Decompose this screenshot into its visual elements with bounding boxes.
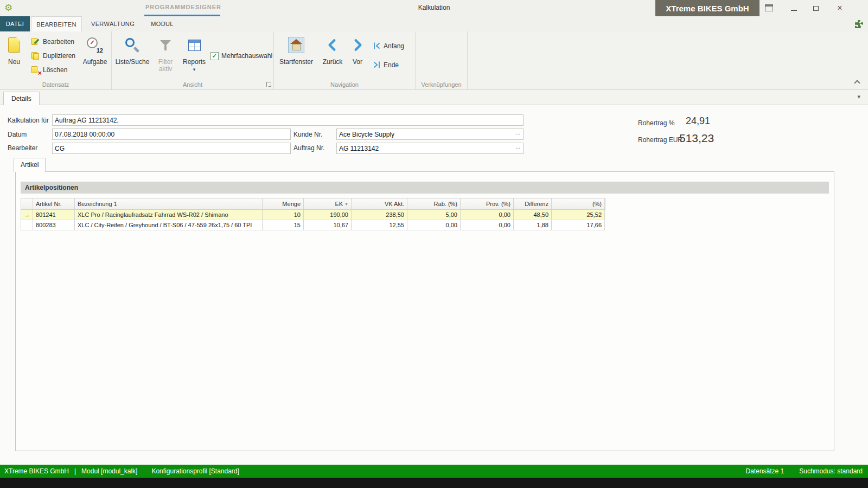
vor-button[interactable]: Vor: [348, 34, 367, 66]
row-marker-cell: →: [21, 210, 33, 220]
liste-suche-button[interactable]: Liste/Suche: [115, 34, 150, 66]
column-header-menge[interactable]: Menge: [263, 198, 304, 209]
column-header-artikel_nr[interactable]: Artikel Nr.: [33, 198, 75, 209]
cell-differenz: 1,88: [514, 220, 552, 230]
kalkulation-fuer-input[interactable]: [52, 114, 524, 126]
zurueck-button[interactable]: Zurück: [321, 34, 344, 66]
ende-button[interactable]: Ende: [373, 61, 399, 69]
search-icon: [124, 37, 141, 53]
group-label-navigation: Navigation: [274, 81, 415, 88]
app-gear-icon[interactable]: ⚙: [4, 2, 12, 14]
app-window: ⚙ PROGRAMMDESIGNER Kalkulation XTreme BI…: [0, 0, 868, 488]
filter-label-line2: aktiv: [159, 65, 173, 73]
auftrag-nr-input[interactable]: [336, 143, 524, 154]
reports-button[interactable]: Reports ▾: [180, 34, 208, 73]
column-header-ek[interactable]: EK▼: [304, 198, 352, 209]
liste-suche-label: Liste/Suche: [115, 59, 150, 66]
neu-label: Neu: [3, 59, 25, 66]
status-bar: XTreme BIKES GmbH | Modul [modul_kalk] K…: [0, 465, 868, 478]
cell-pct: 25,52: [552, 210, 605, 220]
cell-menge: 15: [263, 220, 304, 230]
minimize-button[interactable]: [784, 0, 803, 16]
ribbon: Neu Bearbeiten Duplizieren × Löschen 12: [0, 31, 868, 90]
reports-label: Reports: [183, 58, 206, 66]
status-modul: Modul [modul_kalk]: [81, 467, 137, 475]
tab-bar-dropdown-icon[interactable]: ▾: [857, 93, 860, 100]
column-header-prov[interactable]: Prov. (%): [461, 198, 514, 209]
maximize-icon: [813, 6, 819, 11]
loeschen-button[interactable]: × Löschen: [31, 65, 67, 75]
column-header-bezeichnung[interactable]: Bezeichnung 1: [75, 198, 263, 209]
cell-ek: 10,67: [304, 220, 352, 230]
cell-artikel_nr: 800283: [33, 220, 75, 230]
close-icon: ×: [837, 3, 842, 13]
tab-bearbeiten[interactable]: BEARBEITEN: [31, 16, 82, 31]
loeschen-label: Löschen: [43, 66, 67, 74]
datum-input[interactable]: [52, 129, 291, 140]
group-label-verknuepfungen: Verknüpfungen: [416, 81, 467, 88]
duplizieren-label: Duplizieren: [43, 52, 75, 60]
delete-icon: ×: [31, 66, 40, 74]
status-company: XTreme BIKES GmbH: [4, 467, 69, 475]
anfang-button[interactable]: Anfang: [373, 42, 404, 50]
ribbon-tab-bar: DATEI BEARBEITEN VERWALTUNG MODUL: [0, 16, 868, 31]
cell-rab: 0,00: [407, 220, 461, 230]
column-header-differenz[interactable]: Differenz: [514, 198, 552, 209]
anfang-label: Anfang: [384, 42, 404, 50]
column-header-vk_akt[interactable]: VK Akt.: [352, 198, 407, 209]
duplizieren-button[interactable]: Duplizieren: [31, 51, 75, 61]
kunde-nr-lookup-button[interactable]: ...: [514, 130, 522, 138]
task-clock-icon: 12: [86, 36, 104, 54]
auftrag-nr-label: Auftrag Nr.: [293, 144, 324, 152]
neu-button[interactable]: Neu: [3, 34, 25, 66]
rohertrag-pct-value: 24,91: [686, 115, 710, 127]
tab-details[interactable]: Details: [3, 92, 40, 105]
mehrfachauswahl-checkbox[interactable]: ✓ Mehrfachauswahl: [210, 51, 272, 61]
ribbon-collapse-icon[interactable]: [854, 80, 860, 86]
status-datensaetze: Datensätze 1: [746, 467, 784, 475]
aufgabe-button[interactable]: 12 Aufgabe: [81, 34, 108, 66]
cell-menge: 10: [263, 210, 304, 220]
filter-aktiv-button: Filter aktiv: [153, 34, 178, 73]
startfenster-button[interactable]: Startfenster: [278, 34, 314, 66]
ribbon-group-navigation: Startfenster Zurück Vor Anfang Ende: [274, 31, 416, 89]
ek-filter-icon[interactable]: ▼: [344, 202, 348, 206]
column-header-pct[interactable]: (%): [552, 198, 605, 209]
auftrag-nr-lookup-button[interactable]: ...: [514, 144, 522, 152]
mehrfachauswahl-label: Mehrfachauswahl: [221, 52, 272, 60]
table-row[interactable]: 800283XLC / City-Reifen / Greyhound / BT…: [21, 220, 605, 230]
first-record-icon: [373, 42, 381, 50]
details-tab-bar: [0, 90, 868, 105]
bearbeiter-input[interactable]: [52, 143, 291, 154]
back-chevron-icon: [321, 34, 344, 56]
edit-icon: [31, 38, 40, 46]
vor-label: Vor: [348, 59, 367, 66]
grid-body: →801241XLC Pro / Racinglaufradsatz Fahrr…: [21, 210, 605, 230]
auftrag-nr-fieldwrap: ...: [336, 143, 524, 154]
datum-label: Datum: [8, 131, 27, 138]
close-button[interactable]: ×: [829, 0, 851, 16]
cell-bezeichnung: XLC / City-Reifen / Greyhound / BT-S06 /…: [75, 220, 263, 230]
bearbeiten-button[interactable]: Bearbeiten: [31, 37, 74, 47]
ende-label: Ende: [384, 61, 399, 69]
cell-differenz: 48,50: [514, 210, 552, 220]
tab-verwaltung[interactable]: VERWALTUNG: [89, 16, 137, 31]
startfenster-label: Startfenster: [278, 59, 314, 66]
column-header-rab[interactable]: Rab. (%): [407, 198, 461, 209]
kunde-nr-fieldwrap: ...: [336, 129, 524, 140]
kunde-nr-input[interactable]: [336, 129, 524, 140]
status-separator: |: [74, 467, 76, 475]
bearbeiten-label: Bearbeiten: [43, 38, 74, 46]
window-layout-icon[interactable]: [765, 4, 773, 11]
copy-icon: [31, 52, 40, 60]
maximize-button[interactable]: [806, 0, 826, 16]
aufgabe-label: Aufgabe: [81, 59, 108, 66]
plugin-puzzle-icon[interactable]: [854, 20, 864, 29]
tab-datei[interactable]: DATEI: [0, 16, 30, 31]
tab-modul[interactable]: MODUL: [144, 16, 181, 31]
last-record-icon: [373, 61, 381, 69]
tab-artikel[interactable]: Artikel: [14, 158, 46, 172]
table-row[interactable]: →801241XLC Pro / Racinglaufradsatz Fahrr…: [21, 210, 605, 220]
bottom-strip: [0, 478, 868, 488]
ribbon-group-ansicht: Liste/Suche Filter aktiv Reports ▾ ✓ Meh…: [112, 31, 274, 89]
